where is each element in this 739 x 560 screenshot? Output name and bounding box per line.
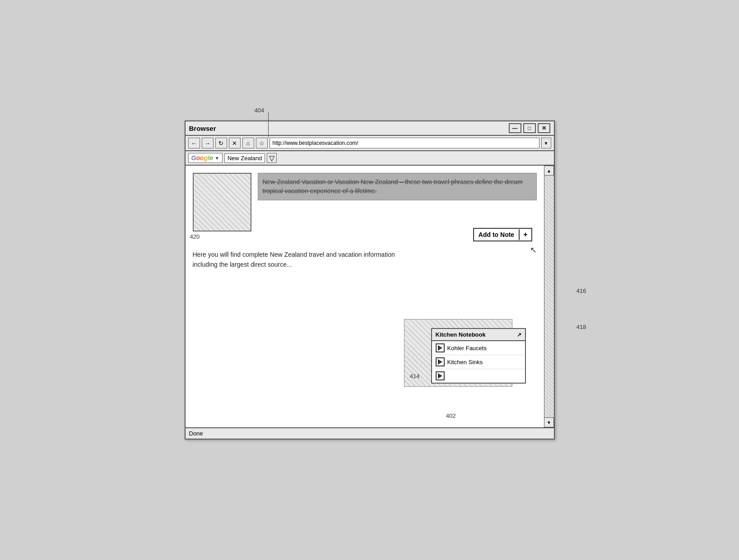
nav-bar: ← → ↻ ✕ ⌂ ☆ ▼ (186, 136, 554, 151)
label-404-line (268, 112, 269, 138)
bookmark-button[interactable]: ☆ (256, 138, 268, 148)
scrollbar: ▲ ▼ (544, 166, 554, 427)
scroll-up-button[interactable]: ▲ (544, 166, 554, 176)
play-triangle-2 (438, 359, 442, 365)
notebook-area: Kitchen Notebook ↗ Kohler Faucets (404, 319, 530, 405)
play-triangle-3 (438, 373, 442, 379)
content-area: 420 New Zealand Vacation or Vacation New… (186, 166, 554, 427)
add-to-note-button[interactable]: Add to Note + (473, 228, 532, 241)
scroll-track[interactable] (544, 176, 554, 417)
main-content: 420 New Zealand Vacation or Vacation New… (186, 166, 544, 427)
item2-play-icon (436, 357, 445, 366)
label-416: 416 (576, 287, 586, 294)
notebook-item-1-label: Kohler Faucets (447, 345, 487, 352)
item1-play-icon (436, 343, 445, 352)
label-420: 420 (190, 233, 200, 240)
search-dropdown-button[interactable]: ▽ (267, 153, 277, 163)
forward-button[interactable]: → (202, 138, 214, 148)
back-button[interactable]: ← (188, 138, 200, 148)
google-logo: Google (191, 154, 213, 162)
search-input-box: New Zealand (224, 153, 265, 163)
home-button[interactable]: ⌂ (242, 138, 254, 148)
google-dropdown-arrow: ▼ (215, 156, 219, 161)
add-to-note-label: Add to Note (474, 229, 520, 240)
label-404: 404 (255, 107, 265, 114)
scroll-down-button[interactable]: ▼ (544, 417, 554, 427)
selected-text: New Zealand Vacation or Vacation New Zea… (258, 173, 537, 200)
browser-title: Browser (189, 125, 216, 132)
minimize-button[interactable]: — (509, 123, 521, 133)
browser-window: Browser — □ ✕ ← → ↻ ✕ ⌂ ☆ ▼ Google ▼ (185, 120, 555, 440)
play-triangle-1 (438, 345, 442, 351)
google-search-engine[interactable]: Google ▼ (188, 153, 223, 163)
label-414: 414 (410, 373, 420, 380)
label-418: 418 (576, 324, 586, 330)
cursor-icon: ↖ (530, 245, 537, 255)
notebook-arrow-icon[interactable]: ↗ (517, 332, 521, 338)
maximize-button[interactable]: □ (523, 123, 536, 133)
body-text: Here you will find complete New Zealand … (193, 250, 418, 270)
window-controls: — □ ✕ (509, 123, 550, 133)
notebook-title: Kitchen Notebook (436, 331, 486, 338)
title-bar: Browser — □ ✕ (186, 121, 554, 136)
top-section: New Zealand Vacation or Vacation New Zea… (193, 173, 537, 231)
notebook-item-3[interactable] (432, 369, 525, 383)
search-dropdown-icon: ▽ (269, 154, 274, 162)
search-bar: Google ▼ New Zealand ▽ (186, 151, 554, 166)
close-button[interactable]: ✕ (538, 123, 550, 133)
address-bar[interactable] (270, 138, 539, 148)
notebook-header: Kitchen Notebook ↗ (432, 329, 525, 341)
status-bar: Done (186, 427, 554, 439)
stop-button[interactable]: ✕ (229, 138, 241, 148)
search-value: New Zealand (228, 155, 262, 162)
notebook-item-1[interactable]: Kohler Faucets (432, 341, 525, 355)
status-text: Done (189, 430, 203, 437)
refresh-button[interactable]: ↻ (215, 138, 227, 148)
notebook-item-2[interactable]: Kitchen Sinks (432, 355, 525, 369)
notebook-popup: Kitchen Notebook ↗ Kohler Faucets (431, 328, 526, 384)
selected-text-container: New Zealand Vacation or Vacation New Zea… (258, 173, 537, 231)
item3-play-icon (436, 371, 445, 380)
label-402: 402 (446, 412, 456, 419)
image-placeholder (193, 173, 251, 231)
notebook-item-2-label: Kitchen Sinks (447, 359, 483, 366)
nav-dropdown-button[interactable]: ▼ (541, 138, 551, 148)
add-to-note-plus-icon: + (520, 229, 531, 241)
